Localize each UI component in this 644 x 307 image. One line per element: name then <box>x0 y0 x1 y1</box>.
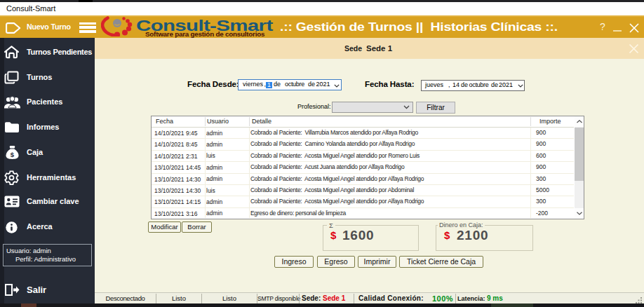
svg-text:$: $ <box>11 151 15 158</box>
